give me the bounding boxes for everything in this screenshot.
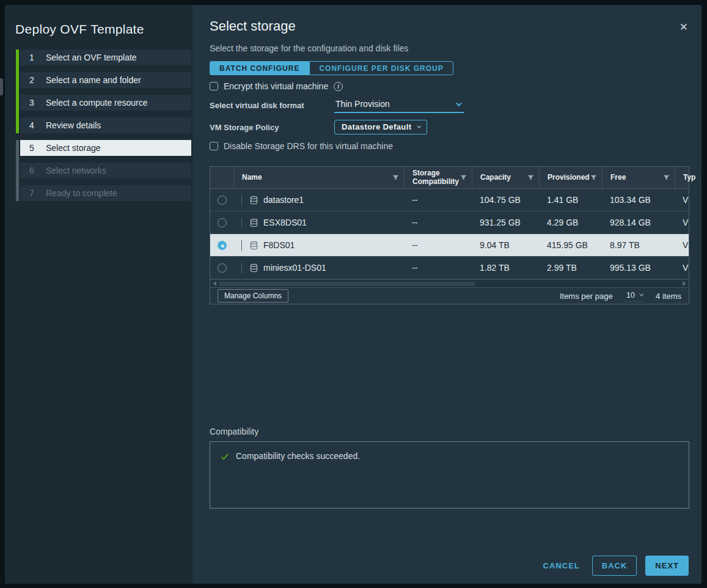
tab-configure-per-disk-group[interactable]: CONFIGURE PER DISK GROUP bbox=[309, 61, 453, 75]
disk-format-label: Select virtual disk format bbox=[210, 101, 334, 110]
sidebar-step-ready-to-complete: 7 Ready to complete bbox=[20, 185, 191, 201]
table-row-f8ds01[interactable]: F8DS01 -- 9.04 TB 415.95 GB 8.97 TB VM bbox=[210, 234, 689, 257]
next-button[interactable]: NEXT bbox=[645, 556, 689, 576]
cell-free: 8.97 TB bbox=[602, 234, 675, 256]
sidebar-step-select-storage[interactable]: 5 Select storage bbox=[20, 140, 191, 156]
step-number: 4 bbox=[29, 120, 46, 130]
back-button[interactable]: BACK bbox=[592, 556, 637, 576]
items-per-page-select[interactable]: 10 bbox=[625, 290, 643, 302]
compatibility-box: Compatibility checks succeeded. bbox=[210, 441, 689, 509]
radio-button[interactable] bbox=[218, 263, 227, 273]
datastore-icon bbox=[249, 196, 258, 205]
step-label: Select an OVF template bbox=[46, 53, 137, 62]
step-label: Ready to complete bbox=[46, 188, 117, 198]
cell-free: 928.14 GB bbox=[602, 211, 675, 233]
selection-column-header bbox=[210, 167, 233, 188]
radio-button-selected[interactable] bbox=[218, 241, 227, 250]
disable-drs-checkbox[interactable] bbox=[210, 142, 218, 150]
column-header-capacity: Capacity bbox=[472, 167, 539, 188]
scrollbar-track[interactable] bbox=[216, 280, 683, 287]
cell-type: VM bbox=[675, 189, 689, 211]
disable-drs-row: Disable Storage DRS for this virtual mac… bbox=[210, 141, 702, 151]
items-count: 4 items bbox=[656, 292, 681, 301]
cell-provisioned: 2.99 TB bbox=[539, 257, 602, 279]
tab-batch-configure[interactable]: BATCH CONFIGURE bbox=[210, 61, 309, 75]
scroll-right-icon[interactable] bbox=[683, 281, 686, 286]
background-scrollbar-fragment bbox=[0, 78, 3, 95]
screen: Deploy OVF Template 1 Select an OVF temp… bbox=[0, 0, 707, 588]
datastore-icon bbox=[249, 241, 258, 250]
radio-button[interactable] bbox=[218, 218, 227, 227]
cell-storage-compatibility: -- bbox=[404, 234, 472, 256]
sidebar-step-select-compute-resource[interactable]: 3 Select a compute resource bbox=[20, 95, 191, 111]
storage-policy-value: Datastore Default bbox=[342, 122, 411, 131]
step-number: 5 bbox=[29, 143, 46, 153]
datastore-table: Name Storage Compatibility Capacity Prov… bbox=[210, 166, 689, 304]
step-label: Select storage bbox=[46, 143, 101, 153]
cell-capacity: 1.82 TB bbox=[472, 257, 539, 279]
disk-format-select[interactable]: Thin Provision bbox=[334, 98, 464, 113]
cell-capacity: 931.25 GB bbox=[472, 211, 539, 233]
column-label: Typ bbox=[683, 174, 695, 182]
vm-storage-policy-select[interactable]: Datastore Default bbox=[334, 120, 427, 134]
progress-bar-remaining bbox=[16, 140, 19, 201]
datastore-name: datastore1 bbox=[263, 195, 304, 205]
disk-format-row: Select virtual disk format Thin Provisio… bbox=[210, 98, 702, 113]
datastore-name: F8DS01 bbox=[263, 240, 295, 250]
compatibility-label: Compatibility bbox=[210, 427, 702, 436]
configure-mode-tabs: BATCH CONFIGURE CONFIGURE PER DISK GROUP bbox=[210, 61, 453, 75]
column-header-free: Free bbox=[602, 167, 675, 188]
table-row-esx8ds01[interactable]: ESX8DS01 -- 931.25 GB 4.29 GB 928.14 GB … bbox=[210, 211, 689, 234]
column-label: Provisioned bbox=[548, 174, 590, 182]
cell-capacity: 9.04 TB bbox=[472, 234, 539, 256]
cell-storage-compatibility: -- bbox=[404, 211, 472, 233]
progress-bar-completed bbox=[16, 50, 19, 133]
dialog-actions: CANCEL BACK NEXT bbox=[540, 556, 689, 576]
table-header: Name Storage Compatibility Capacity Prov… bbox=[210, 167, 689, 189]
cancel-button[interactable]: CANCEL bbox=[540, 556, 584, 575]
table-footer: Manage Columns Items per page 10 4 items bbox=[210, 287, 689, 304]
radio-button[interactable] bbox=[218, 196, 227, 205]
filter-icon[interactable] bbox=[663, 174, 670, 181]
manage-columns-button[interactable]: Manage Columns bbox=[218, 289, 288, 303]
step-number: 3 bbox=[29, 98, 46, 108]
step-label: Select a name and folder bbox=[46, 75, 141, 85]
success-check-icon bbox=[220, 452, 230, 461]
chevron-down-icon bbox=[456, 100, 462, 106]
column-label: Free bbox=[610, 174, 626, 182]
sidebar-step-select-ovf-template[interactable]: 1 Select an OVF template bbox=[20, 50, 191, 65]
filter-icon[interactable] bbox=[460, 174, 467, 181]
info-icon[interactable]: i bbox=[334, 82, 343, 91]
datastore-name: ESX8DS01 bbox=[263, 218, 307, 227]
wizard-title: Deploy OVF Template bbox=[15, 22, 192, 37]
sidebar-step-select-name-folder[interactable]: 2 Select a name and folder bbox=[20, 72, 191, 88]
scrollbar-thumb[interactable] bbox=[219, 282, 475, 286]
filter-icon[interactable] bbox=[392, 174, 399, 181]
step-label: Select networks bbox=[46, 166, 106, 175]
table-row-miniesx01-ds01[interactable]: miniesx01-DS01 -- 1.82 TB 2.99 TB 995.13… bbox=[210, 257, 689, 279]
encrypt-row: Encrypt this virtual machine i bbox=[210, 81, 702, 91]
chevron-down-icon bbox=[639, 292, 643, 296]
items-per-page-value: 10 bbox=[626, 290, 635, 300]
datastore-icon bbox=[249, 218, 258, 227]
filter-icon[interactable] bbox=[590, 174, 597, 181]
column-header-provisioned: Provisioned bbox=[539, 167, 602, 188]
step-number: 1 bbox=[29, 53, 46, 62]
pagination: Items per page 10 4 items bbox=[560, 290, 681, 302]
cell-provisioned: 1.41 GB bbox=[539, 189, 602, 211]
column-label: Name bbox=[242, 174, 262, 182]
filter-icon[interactable] bbox=[527, 174, 534, 181]
datastore-icon bbox=[249, 263, 258, 273]
column-label: Capacity bbox=[480, 174, 511, 182]
sidebar-step-review-details[interactable]: 4 Review details bbox=[20, 117, 191, 133]
chevron-down-icon bbox=[417, 124, 422, 128]
page-title: Select storage bbox=[210, 18, 702, 34]
close-icon[interactable]: ✕ bbox=[680, 22, 688, 32]
column-label: Storage Compatibility bbox=[412, 169, 460, 186]
table-row-datastore1[interactable]: datastore1 -- 104.75 GB 1.41 GB 103.34 G… bbox=[210, 189, 689, 211]
disk-format-value: Thin Provision bbox=[335, 99, 390, 109]
horizontal-scrollbar bbox=[210, 279, 689, 287]
sidebar-step-select-networks: 6 Select networks bbox=[20, 163, 191, 178]
step-label: Review details bbox=[46, 120, 101, 130]
encrypt-checkbox[interactable] bbox=[210, 82, 218, 90]
